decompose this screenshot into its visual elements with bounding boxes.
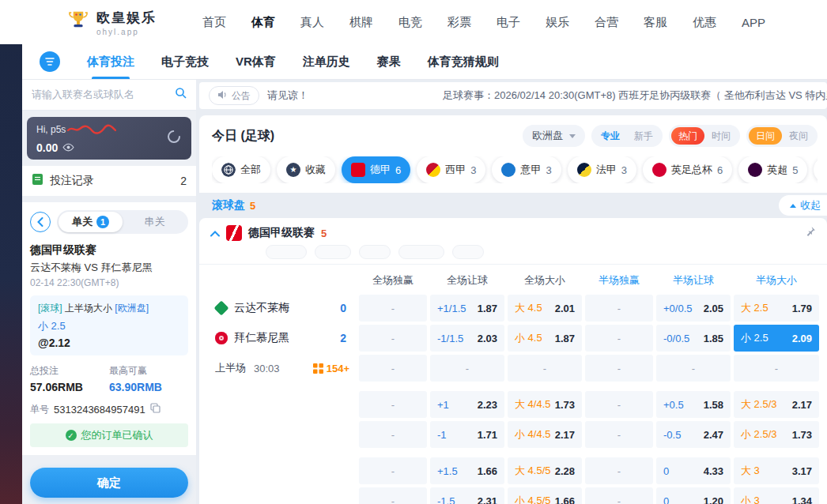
- redaction-scribble: [67, 124, 116, 137]
- odds-cell[interactable]: 大 4.52.01: [508, 295, 582, 322]
- subnav-tab[interactable]: 电子竞技: [161, 44, 209, 79]
- club-icon: [215, 332, 228, 344]
- user-panel: Hi, p5s 0.00: [27, 117, 191, 160]
- bet-records-row[interactable]: 投注记录 2: [22, 166, 196, 196]
- odds-cell[interactable]: -0/0.51.85: [656, 325, 731, 352]
- subnav-tab[interactable]: 赛果: [377, 44, 401, 79]
- team-cell[interactable]: 云达不莱梅0: [206, 295, 356, 322]
- toggle-option[interactable]: 日间: [749, 127, 782, 145]
- filter-menu-icon[interactable]: [40, 51, 60, 72]
- odds-cell-empty: -: [359, 325, 427, 352]
- league-filter-chip[interactable]: 意甲3: [492, 156, 561, 183]
- odds-cell[interactable]: -11.71: [430, 421, 504, 448]
- topnav-item[interactable]: 棋牌: [349, 15, 373, 30]
- odds-cell[interactable]: 大 4/4.51.73: [508, 391, 582, 418]
- tab-parlay-bet[interactable]: 串关: [123, 212, 187, 232]
- topnav-item[interactable]: 优惠: [693, 15, 716, 30]
- copy-icon[interactable]: [150, 402, 160, 416]
- odds-cell[interactable]: +0.51.58: [656, 391, 731, 418]
- league-filter-chip[interactable]: ★收藏: [277, 156, 335, 183]
- league-filter-chip[interactable]: 葡超3: [814, 156, 818, 183]
- odds-value: 1.66: [555, 495, 575, 504]
- topnav-item[interactable]: 合营: [595, 15, 618, 30]
- bet-match-time: 02-14 22:30(GMT+8): [30, 277, 188, 288]
- handicap-value: 小 3: [741, 494, 760, 504]
- toggle-option[interactable]: 夜间: [782, 127, 815, 145]
- team-cell[interactable]: 拜仁慕尼黑2: [206, 325, 356, 352]
- odds-cell-empty: -: [585, 421, 653, 448]
- odds-value: 1.71: [478, 429, 497, 441]
- odds-cell[interactable]: 小 4.51.87: [508, 325, 582, 352]
- odds-cell[interactable]: +1.51.66: [430, 457, 504, 484]
- subnav-tab[interactable]: 体育竞猜规则: [428, 44, 499, 79]
- collapse-button[interactable]: 收起: [779, 195, 827, 216]
- odds-cell[interactable]: -0.52.47: [656, 421, 731, 448]
- topnav-item[interactable]: 体育: [251, 15, 275, 30]
- odds-cell[interactable]: -1.52.31: [430, 487, 504, 504]
- odds-cell[interactable]: 01.20: [656, 487, 731, 504]
- odds-cell[interactable]: 04.33: [656, 457, 731, 484]
- toggle-option[interactable]: 专业: [594, 127, 627, 145]
- topnav-item[interactable]: 电子: [497, 15, 520, 30]
- collapse-chevron-icon[interactable]: [210, 226, 220, 240]
- toggle-option[interactable]: 热门: [671, 127, 704, 145]
- league-filter-chip[interactable]: 英超5: [738, 156, 807, 183]
- confirm-button[interactable]: 确定: [30, 468, 188, 498]
- subnav-tab[interactable]: 体育投注: [87, 44, 134, 79]
- brand-name: 欧皇娱乐: [96, 9, 157, 27]
- back-button[interactable]: [30, 212, 51, 232]
- league-filter-chip[interactable]: 全部: [212, 156, 270, 183]
- tab-single-bet[interactable]: 单关 1: [59, 212, 123, 232]
- brand-logo[interactable]: 欧皇娱乐 ohyl.app: [66, 9, 157, 36]
- toggle-option[interactable]: 时间: [704, 127, 738, 145]
- topnav-item[interactable]: 娱乐: [546, 15, 569, 30]
- odds-cell-selected[interactable]: 小 2.52.09: [734, 325, 819, 352]
- username-text: Hi, p5s: [36, 124, 66, 135]
- odds-cell[interactable]: +0/0.52.05: [656, 295, 731, 322]
- top-navbar: 欧皇娱乐 ohyl.app 首页体育真人棋牌电竞彩票电子娱乐合营客服优惠APP: [0, 0, 827, 44]
- odds-cell[interactable]: 小 31.34: [734, 487, 819, 504]
- market-name: 上半场大小: [65, 303, 112, 314]
- odds-cell[interactable]: 大 2.5/32.17: [734, 391, 819, 418]
- refresh-icon[interactable]: [166, 129, 182, 148]
- topnav-item[interactable]: 客服: [644, 15, 667, 30]
- league-filter-chip[interactable]: 西甲3: [417, 156, 485, 183]
- odds-cell[interactable]: +12.23: [430, 391, 504, 418]
- handicap-value: 小 4/4.5: [515, 427, 551, 442]
- topnav-item[interactable]: APP: [742, 16, 765, 29]
- pin-icon[interactable]: [805, 226, 816, 240]
- chevron-up-icon: [790, 204, 796, 208]
- odds-cell[interactable]: 大 33.17: [734, 457, 819, 484]
- odds-cell[interactable]: 大 4.5/52.28: [508, 457, 582, 484]
- topnav-item[interactable]: 首页: [202, 15, 226, 30]
- league-logo-icon: [652, 163, 667, 177]
- total-stake-label: 总投注: [30, 364, 109, 378]
- toggle-group: 日间夜间: [746, 125, 818, 147]
- odds-value: 1.85: [704, 333, 723, 344]
- topnav-item[interactable]: 真人: [300, 15, 324, 30]
- subnav-tab[interactable]: VR体育: [236, 44, 276, 79]
- league-header: 德国甲级联赛 5: [199, 218, 827, 248]
- eye-icon[interactable]: [62, 141, 74, 155]
- odds-cell[interactable]: -1/1.52.03: [430, 325, 504, 352]
- handicap-value: 小 2.5: [741, 331, 768, 345]
- odds-cell[interactable]: 小 4/4.52.17: [508, 421, 582, 448]
- subnav-tab[interactable]: 注单历史: [303, 44, 350, 79]
- toggle-option[interactable]: 新手: [627, 127, 660, 145]
- topnav-item[interactable]: 电竞: [398, 15, 422, 30]
- topnav-item[interactable]: 彩票: [447, 15, 471, 30]
- odds-cell[interactable]: 小 2.5/31.73: [734, 421, 819, 448]
- odds-cell[interactable]: 小 4.5/51.66: [508, 487, 582, 504]
- search-icon[interactable]: [175, 87, 187, 102]
- search-input[interactable]: [32, 88, 175, 100]
- league-filter-chip[interactable]: 法甲3: [568, 156, 636, 183]
- odds-cell-empty: -: [585, 391, 653, 418]
- league-filter-chip[interactable]: 英足总杯6: [643, 156, 732, 183]
- odds-type-select[interactable]: 欧洲盘: [523, 125, 585, 147]
- more-markets-link[interactable]: 154+: [313, 363, 349, 374]
- toggle-group: 专业新手: [591, 125, 663, 147]
- league-filter-chip[interactable]: 德甲6: [342, 156, 410, 183]
- odds-cell[interactable]: +1/1.51.87: [430, 295, 504, 322]
- live-market-label[interactable]: 滚球盘: [212, 198, 245, 213]
- odds-cell[interactable]: 大 2.51.79: [734, 295, 819, 322]
